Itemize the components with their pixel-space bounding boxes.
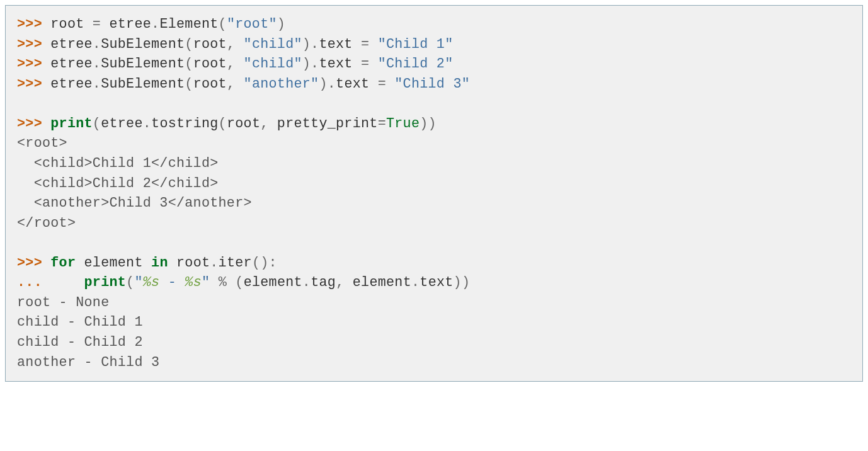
punct-token: ( xyxy=(185,56,193,72)
repl-prompt: >>> xyxy=(17,37,50,52)
string-token: " xyxy=(134,275,142,290)
repl-prompt: ... xyxy=(17,275,50,290)
punct-token: )) xyxy=(420,116,437,132)
output-line: <another>Child 3</another> xyxy=(17,193,851,214)
code-token: element xyxy=(76,255,151,271)
punct-token: , xyxy=(260,116,268,132)
code-token xyxy=(369,56,377,72)
code-token: tag xyxy=(311,275,336,290)
constant-token: True xyxy=(386,116,420,132)
blank-line xyxy=(17,94,851,114)
punct-token: ( xyxy=(219,116,227,132)
punct-token: = xyxy=(378,76,386,92)
code-token xyxy=(386,76,394,92)
punct-token: ( xyxy=(93,116,101,132)
code-token: element xyxy=(344,275,411,290)
code-token xyxy=(235,56,243,72)
repl-prompt: >>> xyxy=(17,76,50,92)
punct-token: )) xyxy=(454,275,471,290)
code-line: ... print("%s - %s" % (element.tag, elem… xyxy=(17,273,851,293)
code-token: SubElement xyxy=(101,37,185,52)
string-token: "Child 2" xyxy=(378,56,454,72)
code-token: SubElement xyxy=(101,76,185,92)
punct-token: . xyxy=(210,255,218,271)
string-token: "root" xyxy=(227,16,277,32)
output-line: <root> xyxy=(17,134,851,154)
punct-token: ( xyxy=(235,275,243,290)
code-token: pretty_print xyxy=(269,116,378,132)
string-token: " xyxy=(202,275,210,290)
code-block: >>> root = etree.Element("root")>>> etre… xyxy=(5,5,863,382)
output-line: <child>Child 2</child> xyxy=(17,174,851,194)
code-token: Element xyxy=(159,16,218,32)
punct-token: . xyxy=(411,275,420,290)
code-token xyxy=(227,275,235,290)
output-line: child - Child 2 xyxy=(17,333,851,353)
punct-token: , xyxy=(336,275,344,290)
punct-token: . xyxy=(151,16,159,32)
punct-token: ( xyxy=(219,16,227,32)
punct-token: = xyxy=(361,56,369,72)
string-token: - xyxy=(159,275,185,290)
code-token: tostring xyxy=(151,116,219,132)
code-token: etree xyxy=(50,37,93,52)
punct-token: ). xyxy=(302,56,319,72)
code-token xyxy=(235,37,243,52)
repl-prompt: >>> xyxy=(17,116,50,132)
output-line: </root> xyxy=(17,214,851,234)
output-line: root - None xyxy=(17,293,851,313)
repl-prompt: >>> xyxy=(17,255,50,271)
code-line: >>> for element in root.iter(): xyxy=(17,253,851,273)
code-token: etree xyxy=(101,116,143,132)
punct-token: . xyxy=(143,116,151,132)
punct-token: ( xyxy=(126,275,134,290)
code-token xyxy=(369,37,377,52)
format-spec-token: %s xyxy=(185,275,202,290)
punct-token: , xyxy=(227,56,235,72)
code-token xyxy=(50,275,84,290)
code-line: >>> print(etree.tostring(root, pretty_pr… xyxy=(17,114,851,134)
code-token: text xyxy=(336,76,378,92)
code-token: etree xyxy=(50,76,93,92)
code-token: etree xyxy=(101,16,151,32)
punct-token: = xyxy=(93,16,101,32)
punct-token: ). xyxy=(302,37,319,52)
code-token: root xyxy=(193,56,227,72)
code-token: root xyxy=(168,255,210,271)
code-line: >>> etree.SubElement(root, "another").te… xyxy=(17,74,851,94)
string-token: "another" xyxy=(244,76,319,92)
code-token: root xyxy=(227,116,260,132)
keyword-token: print xyxy=(84,275,127,290)
output-line: <child>Child 1</child> xyxy=(17,154,851,174)
keyword-token: print xyxy=(50,116,93,132)
code-token: root xyxy=(193,76,227,92)
code-token: text xyxy=(420,275,453,290)
code-token xyxy=(210,275,218,290)
keyword-token: for xyxy=(50,255,76,271)
code-token xyxy=(235,76,243,92)
punct-token: % xyxy=(219,275,227,290)
punct-token: ) xyxy=(277,16,285,32)
code-line: >>> root = etree.Element("root") xyxy=(17,14,851,35)
repl-prompt: >>> xyxy=(17,56,50,72)
output-line: another - Child 3 xyxy=(17,353,851,373)
string-token: "Child 3" xyxy=(394,76,470,92)
string-token: "child" xyxy=(244,37,302,52)
punct-token: . xyxy=(93,37,101,52)
punct-token: ( xyxy=(185,76,193,92)
string-token: "Child 1" xyxy=(378,37,454,52)
punct-token: . xyxy=(93,76,101,92)
code-token: element xyxy=(244,275,302,290)
punct-token: = xyxy=(378,116,386,132)
keyword-token: in xyxy=(151,255,168,271)
punct-token: ( xyxy=(185,37,193,52)
code-line: >>> etree.SubElement(root, "child").text… xyxy=(17,54,851,74)
code-token: iter xyxy=(219,255,252,271)
output-line: child - Child 1 xyxy=(17,312,851,333)
code-token: root xyxy=(50,16,93,32)
code-line: >>> etree.SubElement(root, "child").text… xyxy=(17,35,851,55)
format-spec-token: %s xyxy=(143,275,160,290)
punct-token: . xyxy=(93,56,101,72)
code-token: text xyxy=(319,56,361,72)
code-token: root xyxy=(193,37,227,52)
